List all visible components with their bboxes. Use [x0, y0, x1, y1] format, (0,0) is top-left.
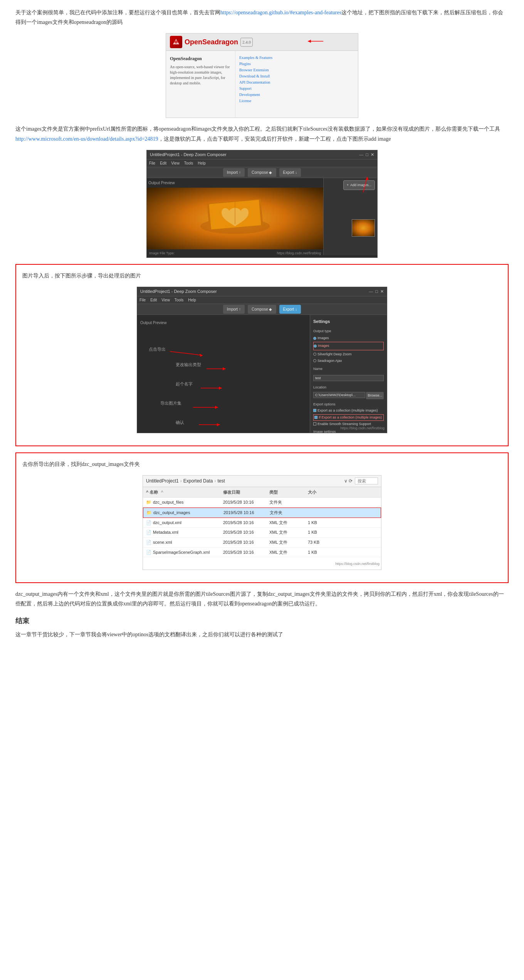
dzc-screenshot-container: UntitledProject1 - Deep Zoom Composer — … — [15, 150, 509, 258]
fe-col-size: 大小 — [308, 489, 339, 496]
fe-search-input[interactable] — [355, 477, 378, 484]
table-row[interactable]: 📄 SparseImageSceneGraph.xml 2019/5/28 10… — [143, 548, 381, 558]
exp-menu-file[interactable]: File — [139, 297, 146, 303]
opensd-link-api[interactable]: API Documentation — [239, 79, 354, 86]
exp-menu-edit[interactable]: Edit — [150, 297, 157, 303]
opensd-link-plugins[interactable]: Plugins — [239, 61, 354, 67]
watermark-2: https://blog.csdn.net/firstblog — [340, 425, 385, 431]
table-row[interactable]: 📄 scene.xml 2019/5/28 10:16 XML 文件 73 KB — [143, 538, 381, 548]
radio-images-highlighted[interactable]: Images — [314, 343, 383, 349]
name-input[interactable] — [313, 375, 384, 381]
maximize-icon: □ — [366, 151, 368, 158]
location-label: Location — [313, 385, 384, 390]
svg-line-21 — [170, 351, 203, 355]
export-settings-panel: Settings Output type Images Images — [310, 315, 387, 433]
fe-watermark-text: https://blog.csdn.net/firstblog — [335, 562, 380, 566]
fe-name-cell-5: 📄 scene.xml — [146, 539, 223, 546]
fe-name-cell-6: 📄 SparseImageSceneGraph.xml — [146, 549, 223, 556]
menu-view-1[interactable]: View — [171, 160, 180, 166]
fe-filename-2: dzc_output_images — [153, 509, 190, 516]
book-image — [147, 188, 323, 249]
checkbox-collection-highlighted[interactable] — [314, 416, 317, 419]
location-input[interactable] — [313, 392, 365, 398]
mid-text-2: ，这是微软的工具，点击下载即可，安装完成后打开软件，新建一个工程，点击下图所示a… — [158, 136, 391, 142]
conclusion-text: 这一章节干货比较少，下一章节我会将viewer中的optinos选项的文档翻译出… — [15, 630, 509, 639]
images-option-highlight: Images — [313, 342, 384, 350]
svg-marker-3 — [308, 40, 311, 43]
file-icon-5: 📄 — [146, 539, 151, 546]
checkbox-collection[interactable] — [313, 409, 316, 412]
output-preview-label-2: Output Preview — [140, 318, 166, 327]
arrow-output-type — [187, 361, 233, 380]
soft-titlebar-1: UntitledProject1 - Deep Zoom Composer — … — [147, 150, 377, 160]
annotation-confirm: 确认 — [176, 419, 184, 426]
radio-silverlight-dot — [313, 353, 316, 356]
svg-marker-24 — [223, 367, 226, 370]
fe-version-dropdown[interactable]: ∨ ⟳ — [344, 477, 353, 485]
exp-menu-tools[interactable]: Tools — [175, 297, 183, 303]
radio-seadragon-label: Seadragon Ajax — [317, 358, 342, 364]
fe-filename-6: SparseImageSceneGraph.xml — [153, 549, 210, 556]
toolbar-import-1[interactable]: Import ↑ — [223, 168, 245, 177]
soft-title-text-1: UntitledProject1 - Deep Zoom Composer — [150, 151, 227, 158]
exp-toolbar-export[interactable]: Export ↓ — [279, 305, 301, 314]
page-content: 关于这个案例很简单，我已在代码中添加注释，要想运行这个项目也简单，首先去官网ht… — [15, 8, 509, 639]
microsoft-link[interactable]: http://www.microsoft.com/en-us/download/… — [15, 136, 158, 142]
fe-filename-4: Metadata.xml — [153, 529, 178, 536]
radio-silverlight[interactable]: Silverlight Deep Zoom — [313, 351, 384, 357]
table-row[interactable]: 📁 dzc_output_files 2019/5/28 10:16 文件夹 — [143, 498, 381, 508]
table-row[interactable]: 📄 dzc_output.xml 2019/5/28 10:16 XML 文件 … — [143, 518, 381, 528]
export-preview-area: Output Preview 点击导出 更改输出类型 — [137, 315, 310, 433]
fe-date-2: 2019/5/28 10:16 — [223, 509, 270, 516]
toolbar-export-1[interactable]: Export ↓ — [279, 168, 301, 177]
toolbar-compose-1[interactable]: Compose ◆ — [248, 168, 276, 177]
export-screenshot-container: UntitledProject1 - Deep Zoom Composer — … — [22, 287, 502, 433]
menu-edit-1[interactable]: Edit — [160, 160, 166, 166]
export-section: 图片导入后，按下图所示步骤，导出处理后的图片 UntitledProject1 … — [15, 264, 509, 446]
menu-file-1[interactable]: File — [149, 160, 155, 166]
exp-maximize-icon: □ — [375, 288, 378, 295]
file-explorer-section: 去你所导出的目录，找到dzc_output_images文件夹 Untitled… — [15, 452, 509, 583]
fe-size-6: 1 KB — [308, 549, 339, 556]
opensd-desc: An open-source, web-based viewer for hig… — [170, 64, 231, 86]
menu-tools-1[interactable]: Tools — [184, 160, 193, 166]
exp-toolbar-compose[interactable]: Compose ◆ — [248, 305, 276, 314]
browse-button[interactable]: Browse... — [366, 392, 384, 399]
opensd-title: OpenSeadragon — [185, 36, 238, 48]
opensd-link-support[interactable]: Support — [239, 86, 354, 92]
radio-images[interactable]: Images — [313, 335, 384, 341]
opensd-link[interactable]: https://openseadragon.github.io/#example… — [220, 10, 341, 15]
radio-seadragon[interactable]: Seadragon Ajax — [313, 358, 384, 364]
soft-menubar-1: File Edit View Tools Help — [147, 160, 377, 167]
opensd-screenshot-container: OpenSeadragon 2.4.0 OpenSeadragon An ope… — [15, 33, 509, 118]
fe-filename-3: dzc_output.xml — [153, 519, 181, 526]
table-row[interactable]: 📄 Metadata.xml 2019/5/28 10:16 XML 文件 1 … — [143, 528, 381, 538]
opensd-link-dev[interactable]: Development — [239, 92, 354, 98]
exp-menu-view[interactable]: View — [161, 297, 170, 303]
fe-date-6: 2019/5/28 10:16 — [223, 549, 269, 556]
opensd-link-download[interactable]: Download & Install — [239, 73, 354, 79]
soft-sidebar-1: + Add images... — [323, 178, 377, 255]
fe-name-cell-1: 📁 dzc_output_files — [146, 499, 223, 506]
radio-seadragon-dot — [313, 359, 316, 362]
fe-type-2: 文件夹 — [270, 509, 308, 516]
conclusion-title: 结束 — [15, 615, 509, 627]
exp-menu-help[interactable]: Help — [188, 297, 196, 303]
file-icon-6: 📄 — [146, 549, 151, 556]
fe-sep-2: › — [214, 477, 216, 485]
checkbox-collection-label: Export as a collection (multiple images) — [317, 408, 378, 413]
checkbox-collection-highlighted-label: If Export as a collection (multiple imag… — [319, 415, 382, 420]
opensd-link-license[interactable]: License — [239, 98, 354, 104]
output-type-label: Output type — [313, 328, 384, 334]
opensd-link-extension[interactable]: Browser Extension — [239, 67, 354, 73]
image-info-1: Image File Type: — [149, 250, 175, 255]
checkbox-smooth[interactable] — [313, 422, 316, 425]
menu-help-1[interactable]: Help — [198, 160, 206, 166]
exp-toolbar-import[interactable]: Import ↑ — [223, 305, 245, 314]
table-row[interactable]: 📁 dzc_output_images 2019/5/28 10:16 文件夹 — [143, 508, 381, 518]
opensd-link-examples[interactable]: Examples & Features — [239, 55, 354, 61]
dzc-screenshot-1: UntitledProject1 - Deep Zoom Composer — … — [146, 150, 378, 258]
arrow-image-collection — [168, 400, 226, 419]
fe-breadcrumb: UntitledProject1 › Exported Data › test … — [143, 476, 381, 487]
fe-sep-1: › — [180, 477, 182, 485]
